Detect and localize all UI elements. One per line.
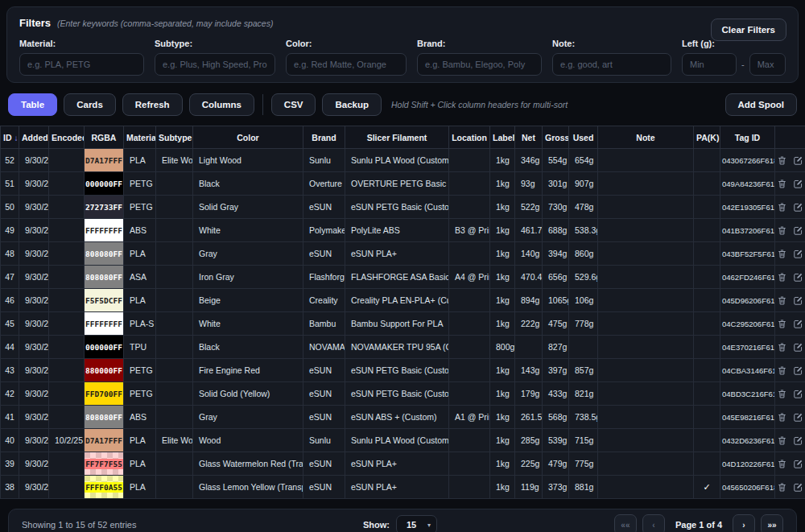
trash-icon[interactable] <box>777 179 787 189</box>
edit-icon[interactable] <box>793 295 803 306</box>
cell-actions <box>775 429 805 452</box>
column-header-color[interactable]: Color <box>193 126 303 149</box>
table-row: 449/30/25000000FFTPUBlackNOVAMAKERNOVAMA… <box>1 336 805 359</box>
column-header-gross[interactable]: Gross <box>543 126 569 149</box>
edit-icon[interactable] <box>793 202 803 212</box>
column-header-encoded[interactable]: Encoded <box>49 126 85 149</box>
trash-icon[interactable] <box>777 365 787 376</box>
cell-material: PETG <box>124 172 156 196</box>
edit-icon[interactable] <box>793 389 803 399</box>
clear-filters-button[interactable]: Clear Filters <box>711 19 786 41</box>
trash-icon[interactable] <box>777 459 787 469</box>
cell-slicer: eSUN PETG Basic (Custom) <box>345 359 449 382</box>
column-header-used[interactable]: Used <box>569 126 598 149</box>
trash-icon[interactable] <box>777 249 787 259</box>
cell-slicer: Bambu Support For PLA <box>345 312 449 336</box>
edit-icon[interactable] <box>793 249 803 259</box>
filter-input-material[interactable] <box>19 53 144 76</box>
column-header-tag-id[interactable]: Tag ID <box>720 126 775 149</box>
cell-pak <box>694 266 720 289</box>
edit-icon[interactable] <box>793 482 803 493</box>
first-page-button[interactable]: «« <box>614 514 637 532</box>
column-header-brand[interactable]: Brand <box>303 126 345 149</box>
edit-icon[interactable] <box>793 435 803 446</box>
rgba-swatch: D7A17FFF <box>85 149 124 172</box>
rgba-swatch: F5F5DCFF <box>85 289 124 312</box>
trash-icon[interactable] <box>777 389 787 399</box>
filter-input-brand[interactable] <box>417 53 542 76</box>
trash-icon[interactable] <box>777 272 787 282</box>
next-page-button[interactable]: › <box>733 514 755 532</box>
backup-button[interactable]: Backup <box>322 93 382 116</box>
csv-button[interactable]: CSV <box>271 93 316 116</box>
filter-input-note[interactable] <box>552 53 671 76</box>
cell-net: 894g <box>515 289 543 312</box>
trash-icon[interactable] <box>777 319 787 329</box>
column-header-pa-k-[interactable]: PA(K) <box>694 126 720 149</box>
prev-page-button[interactable]: ‹ <box>642 514 665 532</box>
trash-icon[interactable] <box>777 435 787 446</box>
trash-icon[interactable] <box>777 412 787 423</box>
column-header-added[interactable]: Added <box>19 126 49 149</box>
trash-icon[interactable] <box>777 225 787 236</box>
edit-icon[interactable] <box>793 412 803 423</box>
trash-icon[interactable] <box>777 202 787 212</box>
page-size-select[interactable]: 15 <box>396 515 437 532</box>
cell-id: 39 <box>1 452 19 476</box>
columns-button[interactable]: Columns <box>189 93 254 116</box>
column-header-subtype[interactable]: Subtype <box>156 126 193 149</box>
filter-input-color[interactable] <box>286 53 407 76</box>
cell-id: 47 <box>1 266 19 289</box>
cell-net: 222g <box>515 312 543 336</box>
filter-input-subtype[interactable] <box>155 53 275 76</box>
edit-icon[interactable] <box>793 459 803 469</box>
cell-color: Solid Gray <box>193 196 303 219</box>
edit-icon[interactable] <box>793 155 803 166</box>
cell-brand: Creality <box>303 289 345 312</box>
cell-used: 529.6g <box>569 266 598 289</box>
edit-icon[interactable] <box>793 225 803 236</box>
rgba-swatch: 808080FF <box>85 266 124 289</box>
multi-sort-hint: Hold Shift + Click column headers for mu… <box>391 100 568 109</box>
cell-actions <box>775 219 805 242</box>
column-header-rgba[interactable]: RGBA <box>85 126 124 149</box>
column-header-label[interactable]: Label <box>490 126 515 149</box>
cell-label: 1kg <box>490 289 515 312</box>
cell-net: 143g <box>515 359 543 382</box>
cell-gross: 656g <box>543 266 569 289</box>
column-header-net[interactable]: Net <box>515 126 543 149</box>
trash-icon[interactable] <box>777 295 787 306</box>
column-header-slicer-filament[interactable]: Slicer Filament <box>345 126 449 149</box>
column-header-id[interactable]: ID↓ <box>1 126 19 149</box>
last-page-button[interactable]: »» <box>761 514 783 532</box>
cell-added: 9/30/25 <box>19 242 49 266</box>
pagination: «« ‹ Page 1 of 4 › »» <box>614 514 783 532</box>
table-button[interactable]: Table <box>8 93 57 116</box>
filters-title: Filters <box>19 17 51 29</box>
cards-button[interactable]: Cards <box>64 93 116 116</box>
refresh-button[interactable]: Refresh <box>122 93 183 116</box>
trash-icon[interactable] <box>777 482 787 493</box>
cell-net: 179g <box>515 382 543 406</box>
edit-icon[interactable] <box>793 365 803 376</box>
edit-icon[interactable] <box>793 342 803 353</box>
trash-icon[interactable] <box>777 342 787 353</box>
column-header-location[interactable]: Location <box>449 126 490 149</box>
cell-used: 715g <box>569 429 598 452</box>
add-spool-button[interactable]: Add Spool <box>725 93 798 116</box>
filter-label-material: Material: <box>19 39 144 48</box>
filter-input-left-min[interactable] <box>682 53 737 76</box>
trash-icon[interactable] <box>777 155 787 166</box>
column-header-note[interactable]: Note <box>598 126 694 149</box>
edit-icon[interactable] <box>793 319 803 329</box>
edit-icon[interactable] <box>793 179 803 189</box>
cell-subtype: Elite Wood <box>156 149 193 172</box>
table-row: 439/30/25880000FFPETGFire Engine RedeSUN… <box>1 359 805 382</box>
cell-added: 9/30/25 <box>19 149 49 172</box>
column-header-material[interactable]: Material <box>124 126 156 149</box>
cell-id: 52 <box>1 149 19 172</box>
edit-icon[interactable] <box>793 272 803 282</box>
filter-input-left-max[interactable] <box>749 53 786 76</box>
cell-material: ASA <box>124 266 156 289</box>
cell-material: PLA <box>124 452 156 476</box>
